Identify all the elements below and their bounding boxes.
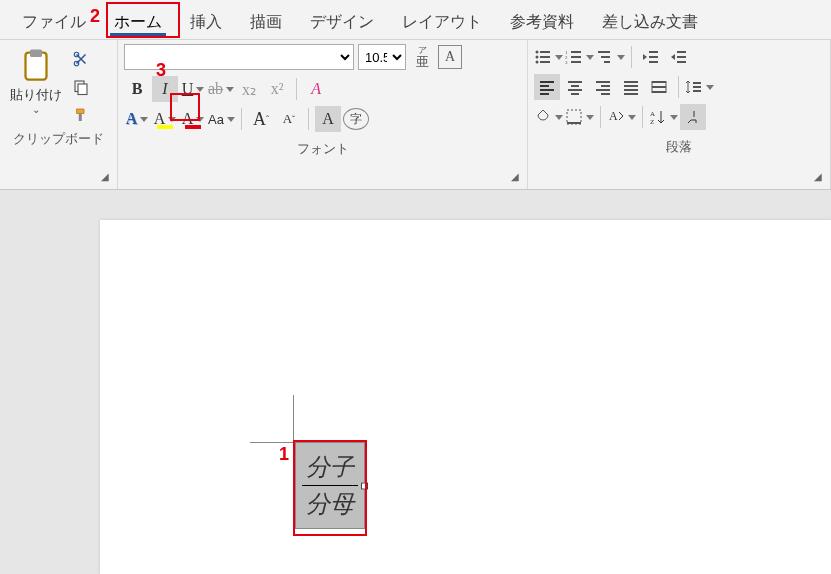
bold-button[interactable]: B bbox=[124, 76, 150, 102]
svg-rect-30 bbox=[540, 89, 554, 91]
svg-rect-47 bbox=[693, 82, 701, 84]
svg-rect-25 bbox=[677, 51, 686, 53]
svg-rect-10 bbox=[540, 56, 550, 58]
svg-rect-36 bbox=[596, 81, 610, 83]
character-border-button[interactable]: A bbox=[438, 45, 462, 69]
svg-rect-14 bbox=[571, 51, 581, 53]
svg-rect-19 bbox=[598, 51, 610, 53]
ribbon: 貼り付け ⌄ クリップボード ◢ 10.5 ア亜 A B I U ab x₂ x… bbox=[0, 40, 831, 190]
tab-file[interactable]: ファイル bbox=[8, 4, 100, 39]
line-spacing-button[interactable] bbox=[685, 74, 714, 100]
align-center-button[interactable] bbox=[562, 74, 588, 100]
paste-label: 貼り付け bbox=[10, 86, 62, 104]
svg-rect-39 bbox=[601, 93, 610, 95]
svg-rect-33 bbox=[571, 85, 579, 87]
svg-text:3: 3 bbox=[565, 60, 568, 65]
subscript-button[interactable]: x₂ bbox=[236, 76, 262, 102]
svg-rect-48 bbox=[693, 86, 701, 88]
svg-rect-50 bbox=[567, 110, 581, 124]
svg-rect-42 bbox=[624, 89, 638, 91]
svg-rect-23 bbox=[649, 56, 658, 58]
clipboard-group-label: クリップボード bbox=[13, 130, 104, 148]
multilevel-list-button[interactable] bbox=[596, 44, 625, 70]
change-case-button[interactable]: Aa bbox=[208, 106, 235, 132]
group-paragraph: 123 A AZ 段落 ◢ bbox=[528, 40, 831, 189]
clear-formatting-button[interactable]: A bbox=[303, 76, 329, 102]
tab-references[interactable]: 参考資料 bbox=[496, 4, 588, 39]
decrease-indent-button[interactable] bbox=[638, 44, 664, 70]
tab-layout[interactable]: レイアウト bbox=[388, 4, 496, 39]
sort-button[interactable]: AZ bbox=[649, 104, 678, 130]
group-clipboard: 貼り付け ⌄ クリップボード ◢ bbox=[0, 40, 118, 189]
scissors-icon bbox=[72, 50, 90, 68]
document-page[interactable]: 分子 分母 bbox=[100, 220, 831, 574]
svg-rect-40 bbox=[624, 81, 638, 83]
highlight-equation bbox=[293, 440, 367, 536]
bullets-button[interactable] bbox=[534, 44, 563, 70]
svg-rect-35 bbox=[571, 93, 579, 95]
svg-rect-5 bbox=[78, 84, 87, 95]
tab-design[interactable]: デザイン bbox=[296, 4, 388, 39]
align-right-button[interactable] bbox=[590, 74, 616, 100]
strikethrough-button[interactable]: ab bbox=[208, 76, 234, 102]
svg-rect-26 bbox=[677, 56, 686, 58]
svg-rect-1 bbox=[30, 50, 42, 58]
svg-rect-6 bbox=[79, 114, 82, 122]
svg-rect-16 bbox=[571, 56, 581, 58]
copy-icon bbox=[72, 78, 90, 96]
paragraph-launcher[interactable]: ◢ bbox=[814, 171, 828, 185]
svg-text:Z: Z bbox=[650, 118, 654, 126]
phonetic-guide-button[interactable]: ア亜 bbox=[410, 45, 434, 69]
text-direction-button[interactable]: A bbox=[607, 104, 636, 130]
shrink-font-button[interactable]: Aˇ bbox=[276, 106, 302, 132]
svg-rect-18 bbox=[571, 61, 581, 63]
paste-button[interactable]: 貼り付け ⌄ bbox=[6, 44, 66, 115]
tab-mailings[interactable]: 差し込み文書 bbox=[588, 4, 712, 39]
highlight-tab-home bbox=[106, 2, 180, 38]
format-painter-button[interactable] bbox=[70, 104, 92, 126]
align-left-button[interactable] bbox=[534, 74, 560, 100]
svg-rect-31 bbox=[540, 93, 549, 95]
svg-text:A: A bbox=[650, 110, 655, 118]
clipboard-icon bbox=[18, 48, 54, 84]
increase-indent-button[interactable] bbox=[666, 44, 692, 70]
font-launcher[interactable]: ◢ bbox=[511, 171, 525, 185]
brush-icon bbox=[72, 106, 90, 124]
tab-insert[interactable]: 挿入 bbox=[176, 4, 236, 39]
enclose-characters-button[interactable]: 字 bbox=[343, 108, 369, 130]
cursor-guide-horizontal bbox=[250, 442, 295, 443]
svg-rect-32 bbox=[568, 81, 582, 83]
distributed-button[interactable] bbox=[646, 74, 672, 100]
svg-rect-21 bbox=[604, 61, 610, 63]
svg-rect-37 bbox=[601, 85, 610, 87]
character-shading-button[interactable]: A bbox=[315, 106, 341, 132]
svg-point-7 bbox=[536, 51, 539, 54]
svg-rect-51 bbox=[567, 122, 581, 124]
svg-point-11 bbox=[536, 61, 539, 64]
numbering-button[interactable]: 123 bbox=[565, 44, 594, 70]
shading-button[interactable] bbox=[534, 104, 563, 130]
paragraph-group-label: 段落 bbox=[666, 138, 692, 156]
highlight-italic bbox=[170, 93, 200, 121]
copy-button[interactable] bbox=[70, 76, 92, 98]
svg-rect-8 bbox=[540, 51, 550, 53]
svg-rect-24 bbox=[649, 61, 658, 63]
svg-point-9 bbox=[536, 56, 539, 59]
svg-rect-34 bbox=[568, 89, 582, 91]
svg-rect-46 bbox=[652, 91, 666, 93]
grow-font-button[interactable]: Aˆ bbox=[248, 106, 274, 132]
svg-rect-41 bbox=[624, 85, 638, 87]
annotation-3: 3 bbox=[156, 60, 166, 81]
svg-rect-29 bbox=[540, 85, 549, 87]
show-marks-button[interactable] bbox=[680, 104, 706, 130]
text-effects-button[interactable]: A bbox=[124, 106, 150, 132]
svg-rect-38 bbox=[596, 89, 610, 91]
svg-rect-28 bbox=[540, 81, 554, 83]
borders-button[interactable] bbox=[565, 104, 594, 130]
tab-draw[interactable]: 描画 bbox=[236, 4, 296, 39]
superscript-button[interactable]: x² bbox=[264, 76, 290, 102]
font-size-select[interactable]: 10.5 bbox=[358, 44, 406, 70]
cut-button[interactable] bbox=[70, 48, 92, 70]
clipboard-launcher[interactable]: ◢ bbox=[101, 171, 115, 185]
justify-button[interactable] bbox=[618, 74, 644, 100]
